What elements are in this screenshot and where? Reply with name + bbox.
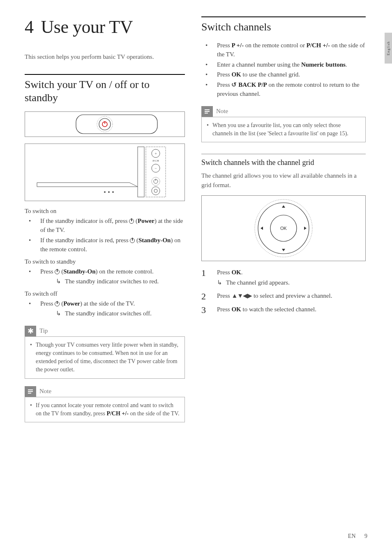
power-icon	[55, 301, 60, 306]
switch-standby-label: To switch to standby	[25, 258, 185, 265]
svg-point-7	[112, 191, 114, 193]
svg-rect-8	[138, 147, 144, 197]
switch-standby-item: Press (Standby-On) on the remote control…	[25, 267, 185, 286]
svg-point-5	[104, 191, 106, 193]
channels-item-4: Press ↺ BACK P/P on the remote control t…	[201, 80, 366, 99]
power-icon	[55, 269, 60, 274]
intro-text: This section helps you perform basic TV …	[25, 52, 185, 62]
language-tab: English	[385, 33, 392, 64]
section-grid-heading: Switch channels with the channel grid	[201, 154, 366, 167]
standby-result: The standby indicator switches to red.	[40, 277, 185, 286]
tip-label: Tip	[39, 327, 48, 334]
tip-body: Though your TV consumes very little powe…	[30, 341, 180, 374]
svg-rect-0	[76, 115, 157, 134]
footer-lang: EN	[348, 533, 356, 539]
power-icon	[129, 219, 134, 224]
page-footer: EN 9	[348, 533, 367, 540]
svg-marker-29	[282, 205, 285, 208]
chapter-heading: 4Use your TV	[25, 16, 185, 37]
note-label: Note	[216, 108, 228, 115]
grid-step1-result: The channel grid appears.	[217, 278, 366, 287]
channels-item-2: Enter a channel number using the Numeric…	[201, 60, 366, 70]
svg-text:P/CH: P/CH	[152, 159, 159, 162]
chapter-number: 4	[25, 17, 34, 37]
channels-item-3: Press OK to use the channel grid.	[201, 70, 366, 79]
note-icon	[25, 386, 36, 397]
grid-step-2: Press ▲▼◀▶ to select and preview a chann…	[201, 291, 366, 301]
svg-marker-32	[304, 227, 307, 230]
note1-body: If you cannot locate your remote control…	[30, 401, 180, 418]
illustration-remote-ok-ring: OK	[201, 195, 366, 261]
off-result: The standby indicator switches off.	[40, 309, 185, 318]
grid-step-1: Press OK. The channel grid appears.	[201, 268, 366, 287]
tip-box: ✱ Tip Though your TV consumes very littl…	[25, 326, 185, 379]
switch-off-item: Press (Power) at the side of the TV. The…	[25, 299, 185, 318]
grid-description: The channel grid allows you to view all …	[201, 171, 366, 190]
note-label: Note	[39, 388, 51, 395]
svg-marker-30	[282, 249, 285, 251]
section-channels-heading: Switch channels	[201, 16, 366, 34]
chapter-title: Use your TV	[41, 17, 133, 37]
footer-page-number: 9	[364, 533, 367, 539]
svg-text:OK: OK	[280, 226, 287, 231]
note-box-2: Note When you use a favourite list, you …	[201, 106, 366, 143]
switch-on-item-1: If the standby indicator is off, press (…	[25, 216, 185, 235]
tip-icon: ✱	[25, 326, 36, 336]
nav-arrows-icon: ▲▼◀▶	[231, 292, 252, 299]
switch-off-label: To switch off	[25, 290, 185, 297]
svg-point-15	[152, 177, 160, 185]
grid-step-3: Press OK to watch the selected channel.	[201, 305, 366, 314]
back-icon: ↺	[231, 81, 237, 88]
svg-point-4	[97, 116, 113, 132]
note2-body: When you use a favourite list, you can o…	[207, 121, 360, 138]
section-power-heading: Switch your TV on / off or to standby	[25, 74, 185, 105]
switch-on-item-2: If the standby indicator is red, press (…	[25, 236, 185, 254]
svg-marker-31	[261, 227, 263, 230]
note-icon	[201, 106, 213, 117]
illustration-tv-side-buttons: + P/CH −	[25, 144, 185, 201]
switch-on-label: To switch on	[25, 208, 185, 215]
power-icon	[130, 238, 135, 243]
svg-point-18	[152, 187, 160, 195]
illustration-remote-power	[25, 111, 185, 137]
svg-point-6	[108, 191, 110, 193]
svg-point-19	[154, 189, 157, 192]
note-box-1: Note If you cannot locate your remote co…	[25, 386, 185, 423]
svg-point-1	[99, 118, 111, 130]
svg-text:+: +	[154, 151, 157, 156]
svg-text:−: −	[154, 166, 157, 171]
channels-item-1: Press P +/- on the remote control or P/C…	[201, 41, 366, 59]
